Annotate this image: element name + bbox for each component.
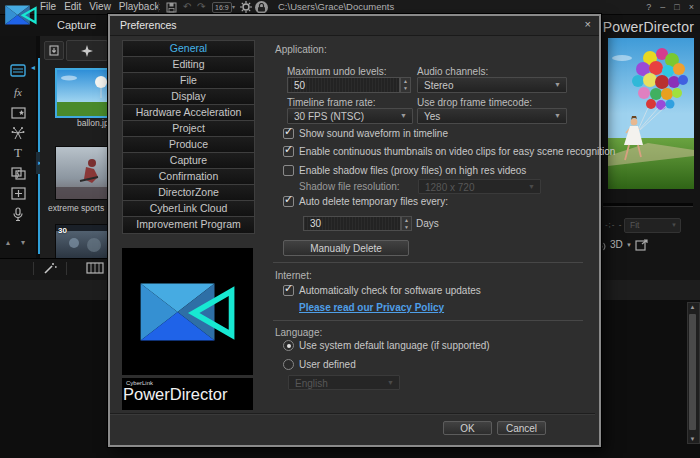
frame-rate-select[interactable]: 30 FPS (NTSC) ▼ xyxy=(287,108,413,124)
redo-icon[interactable]: ↷ xyxy=(197,0,205,14)
drop-frame-select[interactable]: Yes ▼ xyxy=(417,108,567,124)
rail-scroll-up-icon[interactable]: ▴ xyxy=(6,238,10,247)
user-language-select: English ▼ xyxy=(288,375,400,390)
scrollbar-thumb[interactable] xyxy=(689,314,696,430)
particle-room-icon[interactable] xyxy=(0,123,36,143)
menu-view[interactable]: View xyxy=(85,0,115,14)
document-path: C:\Users\Grace\Documents xyxy=(278,0,394,14)
dialog-titlebar[interactable]: Preferences × xyxy=(110,16,599,36)
voiceover-room-icon[interactable] xyxy=(0,204,36,224)
transition-room-icon[interactable] xyxy=(0,163,36,183)
audio-channels-select[interactable]: Stereo ▼ xyxy=(417,77,567,93)
chevron-down-icon[interactable]: ▾ xyxy=(232,3,235,10)
duration-badge: 30 xyxy=(58,226,67,235)
media-thumbnail-extreme-sports[interactable] xyxy=(55,146,108,200)
selected-value: Stereo xyxy=(424,79,453,92)
stepper-up-icon[interactable]: ▲ xyxy=(401,78,410,85)
pref-tab-improvement-program[interactable]: Improvement Program xyxy=(122,216,255,234)
media-content-button[interactable] xyxy=(66,40,108,61)
selected-value: Yes xyxy=(424,110,440,123)
settings-gear-icon[interactable] xyxy=(240,1,252,13)
window-close-icon[interactable]: × xyxy=(689,2,694,12)
auto-update-checkbox-label: Automatically check for software updates xyxy=(299,285,481,296)
preview-scrubber[interactable] xyxy=(603,203,693,207)
maximize-icon[interactable]: □ xyxy=(674,2,679,12)
waveform-checkbox-label: Show sound waveform in timeline xyxy=(299,128,448,139)
rail-scroll-down-icon[interactable]: ▾ xyxy=(21,238,25,247)
auto-delete-days-stepper[interactable]: ▲ ▼ xyxy=(401,216,412,231)
preferences-dialog: Preferences × General Editing File Displ… xyxy=(108,14,601,447)
undo-icon[interactable]: ↶ xyxy=(183,0,191,14)
pip-objects-room-icon[interactable] xyxy=(0,103,36,123)
scroll-down-icon[interactable]: ▼ xyxy=(688,436,697,442)
menu-edit[interactable]: Edit xyxy=(60,0,85,14)
auto-delete-checkbox[interactable]: ✓ xyxy=(283,196,294,207)
media-clip-label: ballon.jpg xyxy=(77,118,108,128)
selected-room-marker-icon: ◂ xyxy=(31,63,35,72)
effect-room-icon[interactable]: fx xyxy=(0,82,36,102)
dialog-brand-strip: CyberLink PowerDirector xyxy=(122,378,253,410)
selected-value: 30 FPS (NTSC) xyxy=(294,110,364,123)
continuous-thumbnails-checkbox[interactable]: ✓ xyxy=(283,146,294,157)
media-thumbnail-ballon[interactable] xyxy=(55,68,108,118)
menu-file[interactable]: File xyxy=(36,0,60,14)
media-thumbnail-video[interactable]: 30 xyxy=(55,224,108,258)
fit-zoom-select[interactable]: Fit ▼ xyxy=(624,218,681,233)
manually-delete-button[interactable]: Manually Delete xyxy=(283,240,409,256)
user-defined-radio[interactable] xyxy=(283,359,294,370)
frame-rate-label: Timeline frame rate: xyxy=(287,97,376,108)
stepper-down-icon[interactable]: ▼ xyxy=(402,224,411,231)
max-undo-input[interactable] xyxy=(287,77,400,93)
undock-preview-icon[interactable] xyxy=(635,239,648,251)
shadow-resolution-label: Shadow file resolution: xyxy=(299,181,400,192)
aspect-ratio-selector[interactable]: 16:9 xyxy=(212,2,232,13)
max-undo-label: Maximum undo levels: xyxy=(287,66,386,77)
user-defined-radio-label: User defined xyxy=(299,359,356,370)
mode-3d-button[interactable]: 3D xyxy=(610,239,623,250)
stepper-down-icon[interactable]: ▼ xyxy=(401,85,410,92)
media-library-panel: ballon.jpg extreme sports 30 xyxy=(40,36,108,258)
max-undo-stepper[interactable]: ▲ ▼ xyxy=(400,77,411,93)
auto-update-checkbox[interactable]: ✓ xyxy=(283,285,294,296)
section-application: Application: xyxy=(275,44,327,55)
audio-mixing-room-icon[interactable] xyxy=(0,183,36,203)
radio-dot xyxy=(287,344,291,348)
dialog-close-icon[interactable]: × xyxy=(585,18,591,30)
shadow-files-checkbox[interactable] xyxy=(283,165,294,176)
auto-delete-days-input[interactable] xyxy=(303,216,401,231)
filmstrip-icon[interactable] xyxy=(86,262,104,274)
system-language-radio-label: Use system default language (if supporte… xyxy=(299,340,490,351)
system-language-radio[interactable] xyxy=(283,340,294,351)
check-icon: ✓ xyxy=(284,193,293,206)
scroll-up-icon[interactable]: ▲ xyxy=(688,304,697,310)
chevron-down-icon[interactable]: ▼ xyxy=(626,242,632,248)
powerdirector-logo-icon xyxy=(138,276,238,348)
storyboard-scrollbar[interactable]: ▲ ▼ xyxy=(687,302,700,444)
media-clip-label: extreme sports xyxy=(48,203,104,213)
days-unit-label: Days xyxy=(416,218,439,229)
title-room-icon[interactable]: T xyxy=(0,143,36,163)
audio-channels-label: Audio channels: xyxy=(417,66,488,77)
brand-product: PowerDirector xyxy=(123,385,228,404)
lock-badge-icon[interactable] xyxy=(255,1,268,14)
chevron-down-icon: ▼ xyxy=(554,109,561,123)
ok-button[interactable]: OK xyxy=(443,421,492,435)
chevron-down-icon: ▼ xyxy=(387,376,394,390)
section-divider xyxy=(273,320,583,321)
section-language: Language: xyxy=(275,327,322,338)
help-icon[interactable]: ? xyxy=(646,2,651,12)
menu-playback[interactable]: Playback xyxy=(115,0,164,14)
cancel-button[interactable]: Cancel xyxy=(497,421,546,435)
app-window: File Edit View Playback ↶ ↷ 16:9 ▾ C:\Us… xyxy=(0,0,700,458)
minimize-icon[interactable]: – xyxy=(660,2,665,12)
continuous-thumbnails-checkbox-label: Enable continuous thumbnails on video cl… xyxy=(299,146,615,157)
privacy-policy-link[interactable]: Please read our Privacy Policy xyxy=(299,302,444,313)
auto-delete-checkbox-label: Auto delete temporary files every: xyxy=(299,196,448,207)
shadow-resolution-select: 1280 x 720 ▼ xyxy=(418,179,541,194)
waveform-checkbox[interactable]: ✓ xyxy=(283,128,294,139)
tab-capture[interactable]: Capture xyxy=(57,19,96,31)
chevron-down-icon: ▼ xyxy=(671,219,677,232)
import-media-button[interactable] xyxy=(44,41,64,60)
magic-wand-icon[interactable] xyxy=(42,261,57,276)
save-icon[interactable] xyxy=(166,2,177,13)
